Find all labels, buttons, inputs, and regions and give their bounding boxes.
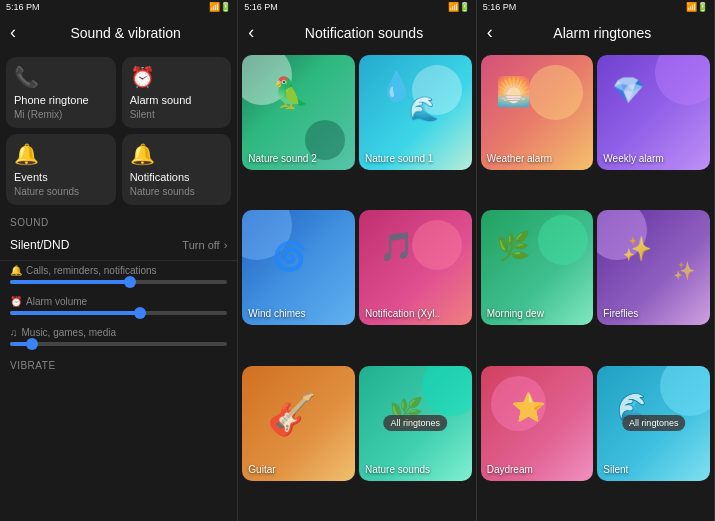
status-icons-3: 📶🔋 — [686, 2, 708, 12]
card-fireflies[interactable]: ✨ ✨ Fireflies — [597, 210, 710, 325]
status-bar-1: 5:16 PM 📶🔋 — [0, 0, 237, 14]
card-daydream-label: Daydream — [487, 464, 533, 475]
back-button-3[interactable]: ‹ — [487, 22, 493, 43]
card-morning-dew[interactable]: 🌿 Morning dew — [481, 210, 594, 325]
tile-alarm-subtitle: Silent — [130, 109, 224, 120]
card-guitar-label: Guitar — [248, 464, 275, 475]
calls-label: 🔔 Calls, reminders, notifications — [10, 265, 227, 276]
card-notif-xyl[interactable]: 🎵 Notification (Xyl.. — [359, 210, 472, 325]
notification-grid: 🦜 Nature sound 2 💧 🌊 Nature sound 1 🌀 Wi… — [238, 51, 475, 521]
silent-dnd-right: Turn off › — [182, 239, 227, 251]
card-weekly-alarm[interactable]: 💎 Weekly alarm — [597, 55, 710, 170]
card-nature-sounds[interactable]: 🌿 All ringtones Nature sounds — [359, 366, 472, 481]
tile-notif-subtitle: Nature sounds — [130, 186, 224, 197]
panel1-header: ‹ Sound & vibration — [0, 14, 237, 51]
card-nature2-label: Nature sound 2 — [248, 153, 316, 164]
card-morning-label: Morning dew — [487, 308, 544, 319]
sound-vibration-panel: 5:16 PM 📶🔋 ‹ Sound & vibration 📞 Phone r… — [0, 0, 238, 521]
tile-phone-ringtone[interactable]: 📞 Phone ringtone Mi (Remix) — [6, 57, 116, 128]
chevron-right-icon: › — [224, 239, 228, 251]
notification-sounds-panel: 5:16 PM 📶🔋 ‹ Notification sounds 🦜 Natur… — [238, 0, 476, 521]
card-fireflies-label: Fireflies — [603, 308, 638, 319]
card-guitar[interactable]: 🎸 Guitar — [242, 366, 355, 481]
alarm-bell-icon: ⏰ — [10, 296, 22, 307]
tile-events-subtitle: Nature sounds — [14, 186, 108, 197]
panel2-header: ‹ Notification sounds — [238, 14, 475, 51]
panel2-title: Notification sounds — [262, 25, 465, 41]
events-icon: 🔔 — [14, 142, 108, 166]
phone-icon: 📞 — [14, 65, 108, 89]
card-weather-label: Weather alarm — [487, 153, 552, 164]
status-bar-3: 5:16 PM 📶🔋 — [477, 0, 714, 14]
tile-alarm-sound[interactable]: ⏰ Alarm sound Silent — [122, 57, 232, 128]
media-label: ♫ Music, games, media — [10, 327, 227, 338]
tile-notif-title: Notifications — [130, 171, 224, 183]
card-wind-chimes[interactable]: 🌀 Wind chimes — [242, 210, 355, 325]
status-time-3: 5:16 PM — [483, 2, 517, 12]
all-ringtones-badge-3[interactable]: All ringtones — [622, 415, 686, 431]
card-daydream[interactable]: ⭐ Daydream — [481, 366, 594, 481]
notif-icon: 🔔 — [130, 142, 224, 166]
tile-phone-title: Phone ringtone — [14, 94, 108, 106]
alarm-grid: 🌅 Weather alarm 💎 Weekly alarm 🌿 Morning… — [477, 51, 714, 521]
status-icons-2: 📶🔋 — [448, 2, 470, 12]
status-time-1: 5:16 PM — [6, 2, 40, 12]
card-silent[interactable]: 🌊 All ringtones Silent — [597, 366, 710, 481]
sound-tiles-grid: 📞 Phone ringtone Mi (Remix) ⏰ Alarm soun… — [0, 51, 237, 211]
media-slider-row: ♫ Music, games, media — [0, 323, 237, 354]
all-ringtones-badge-2[interactable]: All ringtones — [384, 415, 448, 431]
card-naturesounds-label: Nature sounds — [365, 464, 430, 475]
card-weather-alarm[interactable]: 🌅 Weather alarm — [481, 55, 594, 170]
media-icon: ♫ — [10, 327, 18, 338]
silent-dnd-label: Silent/DND — [10, 238, 69, 252]
card-nature1-label: Nature sound 1 — [365, 153, 433, 164]
panel3-header: ‹ Alarm ringtones — [477, 14, 714, 51]
status-time-2: 5:16 PM — [244, 2, 278, 12]
card-notif-xyl-label: Notification (Xyl.. — [365, 308, 440, 319]
panel3-title: Alarm ringtones — [501, 25, 704, 41]
silent-dnd-row[interactable]: Silent/DND Turn off › — [0, 230, 237, 261]
card-weekly-label: Weekly alarm — [603, 153, 663, 164]
back-button-1[interactable]: ‹ — [10, 22, 16, 43]
status-bar-2: 5:16 PM 📶🔋 — [238, 0, 475, 14]
alarm-ringtones-panel: 5:16 PM 📶🔋 ‹ Alarm ringtones 🌅 Weather a… — [477, 0, 715, 521]
calls-slider-row: 🔔 Calls, reminders, notifications — [0, 261, 237, 292]
calls-bell-icon: 🔔 — [10, 265, 22, 276]
section-sound-label: SOUND — [0, 211, 237, 230]
alarm-label: ⏰ Alarm volume — [10, 296, 227, 307]
panel1-title: Sound & vibration — [24, 25, 227, 41]
section-vibrate-label: VIBRATE — [0, 354, 237, 373]
silent-dnd-value: Turn off — [182, 239, 219, 251]
card-nature1[interactable]: 💧 🌊 Nature sound 1 — [359, 55, 472, 170]
back-button-2[interactable]: ‹ — [248, 22, 254, 43]
alarm-slider-row: ⏰ Alarm volume — [0, 292, 237, 323]
alarm-icon: ⏰ — [130, 65, 224, 89]
card-silent-label: Silent — [603, 464, 628, 475]
card-wind-label: Wind chimes — [248, 308, 305, 319]
card-nature2[interactable]: 🦜 Nature sound 2 — [242, 55, 355, 170]
tile-notifications[interactable]: 🔔 Notifications Nature sounds — [122, 134, 232, 205]
tile-alarm-title: Alarm sound — [130, 94, 224, 106]
status-icons-1: 📶🔋 — [209, 2, 231, 12]
tile-events-title: Events — [14, 171, 108, 183]
tile-events[interactable]: 🔔 Events Nature sounds — [6, 134, 116, 205]
media-slider[interactable] — [10, 342, 227, 346]
alarm-slider[interactable] — [10, 311, 227, 315]
calls-slider[interactable] — [10, 280, 227, 284]
tile-phone-subtitle: Mi (Remix) — [14, 109, 108, 120]
